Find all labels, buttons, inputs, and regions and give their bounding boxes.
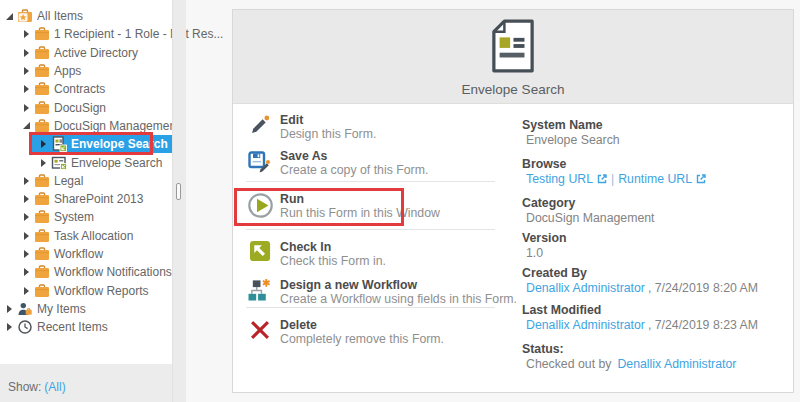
action-title: Edit — [280, 113, 376, 127]
tree-collapsed-icon[interactable] — [3, 303, 16, 315]
tree-item-label: Recent Items — [37, 320, 108, 334]
tree-collapsed-icon[interactable] — [20, 230, 33, 242]
detail-label: Last Modified — [522, 303, 758, 318]
tree-item-recipient-1-role[interactable]: 1 Recipient - 1 Role - Not Res... — [0, 25, 172, 43]
tree-item-sharepoint-2013[interactable]: SharePoint 2013 — [0, 190, 172, 208]
action-check-in[interactable]: Check InCheck this Form in. — [246, 240, 386, 268]
folder-icon — [34, 228, 50, 244]
form-icon — [51, 136, 67, 152]
tree-item-workflow[interactable]: Workflow — [0, 245, 172, 263]
tree-item-docusign[interactable]: DocuSign — [0, 98, 172, 116]
tree: All Items1 Recipient - 1 Role - Not Res.… — [0, 7, 172, 336]
detail-status: Status: Checked out byDenallix Administr… — [522, 342, 736, 371]
tree-item-all-items[interactable]: All Items — [0, 7, 172, 25]
tree-item-envelope-search-form[interactable]: Envelope Search — [31, 135, 172, 153]
tree-item-workflow-notifications[interactable]: Workflow Notifications — [0, 263, 172, 281]
link-separator: | — [611, 172, 614, 186]
folder-icon — [34, 191, 50, 207]
tree-collapsed-icon[interactable] — [20, 83, 33, 95]
edit-icon — [246, 113, 274, 136]
created-date: , 7/24/2019 8:20 AM — [648, 281, 758, 295]
folder-icon — [34, 246, 50, 262]
detail-label: Browse — [522, 157, 706, 172]
detail-label: Created By — [522, 266, 758, 281]
detail-last-modified: Last Modified Denallix Administrator, 7/… — [522, 303, 758, 332]
tree-item-my-items[interactable]: My Items — [0, 300, 172, 318]
tree-expanded-icon[interactable] — [20, 120, 33, 132]
tree-item-label: Workflow — [54, 247, 103, 261]
testing-url-link[interactable]: Testing URL — [526, 172, 607, 186]
action-title: Check In — [280, 240, 386, 254]
folder-icon — [34, 100, 50, 116]
view-icon — [51, 155, 67, 171]
runtime-url-link[interactable]: Runtime URL — [618, 172, 706, 186]
tree-item-envelope-search-view[interactable]: Envelope Search — [0, 153, 172, 171]
sidebar-scrollbar-track[interactable] — [172, 0, 186, 402]
clock-icon — [17, 319, 33, 335]
detail-value: 1.0 — [522, 246, 566, 261]
folder-icon — [34, 173, 50, 189]
action-delete[interactable]: DeleteCompletely remove this Form. — [246, 318, 444, 346]
tree-item-workflow-reports[interactable]: Workflow Reports — [0, 281, 172, 299]
folder-icon — [34, 264, 50, 280]
tree-collapsed-icon[interactable] — [20, 47, 33, 59]
external-link-icon — [597, 174, 607, 184]
tree-item-docusign-management[interactable]: DocuSign Management — [0, 117, 172, 135]
modified-by-user-link[interactable]: Denallix Administrator — [526, 318, 645, 332]
tree-collapsed-icon[interactable] — [20, 175, 33, 187]
action-separator — [246, 181, 495, 182]
tree-item-contracts[interactable]: Contracts — [0, 80, 172, 98]
show-all-link[interactable]: (All) — [44, 380, 65, 394]
tree-collapsed-icon[interactable] — [37, 157, 50, 169]
tree-item-system[interactable]: System — [0, 208, 172, 226]
checked-out-user-link[interactable]: Denallix Administrator — [617, 357, 736, 371]
tree-collapsed-icon[interactable] — [20, 102, 33, 114]
detail-label: System Name — [522, 118, 620, 133]
action-description: Design this Form. — [280, 127, 376, 141]
action-description: Completely remove this Form. — [280, 332, 444, 346]
folder-icon — [34, 118, 50, 134]
tree-collapsed-icon[interactable] — [20, 266, 33, 278]
check-in-icon — [246, 240, 274, 263]
sidebar-footer: Show:(All) — [0, 364, 172, 402]
folder-icon — [34, 81, 50, 97]
tree-collapsed-icon[interactable] — [20, 65, 33, 77]
action-title: Run — [280, 192, 440, 206]
tree-collapsed-icon[interactable] — [20, 285, 33, 297]
tree-item-label: Envelope Search — [71, 156, 162, 170]
runtime-url-label: Runtime URL — [618, 172, 692, 186]
tree-item-label: All Items — [37, 9, 83, 23]
detail-value: DocuSign Management — [522, 211, 655, 226]
detail-version: Version 1.0 — [522, 231, 566, 260]
action-save-as[interactable]: Save AsCreate a copy of this Form. — [246, 149, 428, 177]
tree-item-apps[interactable]: Apps — [0, 62, 172, 80]
tree-item-active-directory[interactable]: Active Directory — [0, 44, 172, 62]
save-as-icon — [246, 149, 274, 173]
tree-item-label: Active Directory — [54, 46, 138, 60]
tree-item-legal[interactable]: Legal — [0, 172, 172, 190]
action-description: Create a copy of this Form. — [280, 163, 428, 177]
created-by-user-link[interactable]: Denallix Administrator — [526, 281, 645, 295]
action-description: Create a Workflow using fields in this F… — [280, 292, 517, 306]
tree-collapsed-icon[interactable] — [20, 193, 33, 205]
tree-collapsed-icon[interactable] — [3, 321, 16, 333]
tree-collapsed-icon[interactable] — [20, 211, 33, 223]
run-icon — [246, 192, 274, 219]
action-description: Check this Form in. — [280, 254, 386, 268]
tree-item-label: System — [54, 210, 94, 224]
tree-collapsed-icon[interactable] — [20, 28, 33, 40]
tree-collapsed-icon[interactable] — [37, 138, 50, 150]
tree-item-task-allocation[interactable]: Task Allocation — [0, 227, 172, 245]
tree-item-recent-items[interactable]: Recent Items — [0, 318, 172, 336]
action-run[interactable]: RunRun this Form in this Window — [246, 192, 440, 220]
show-label: Show: — [8, 380, 41, 394]
category-sidebar: All Items1 Recipient - 1 Role - Not Res.… — [0, 0, 186, 402]
tree-expanded-icon[interactable] — [3, 10, 16, 22]
action-edit[interactable]: EditDesign this Form. — [246, 113, 376, 141]
action-design-workflow[interactable]: Design a new WorkflowCreate a Workflow u… — [246, 278, 517, 306]
tree-item-label: Workflow Reports — [54, 284, 148, 298]
sidebar-scrollbar-thumb[interactable] — [176, 183, 181, 200]
tree-collapsed-icon[interactable] — [20, 248, 33, 260]
action-separator — [246, 307, 495, 308]
detail-created-by: Created By Denallix Administrator, 7/24/… — [522, 266, 758, 295]
